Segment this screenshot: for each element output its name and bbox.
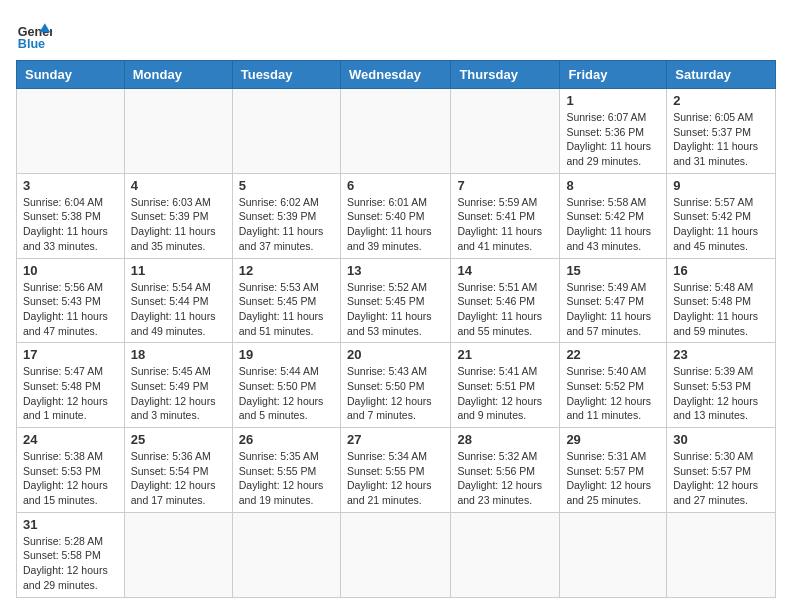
calendar-cell: 22Sunrise: 5:40 AM Sunset: 5:52 PM Dayli… bbox=[560, 343, 667, 428]
calendar-week-row: 1Sunrise: 6:07 AM Sunset: 5:36 PM Daylig… bbox=[17, 89, 776, 174]
day-number: 9 bbox=[673, 178, 769, 193]
calendar-cell: 26Sunrise: 5:35 AM Sunset: 5:55 PM Dayli… bbox=[232, 428, 340, 513]
day-number: 29 bbox=[566, 432, 660, 447]
calendar-cell: 7Sunrise: 5:59 AM Sunset: 5:41 PM Daylig… bbox=[451, 173, 560, 258]
header: General Blue bbox=[16, 16, 776, 52]
calendar-cell: 24Sunrise: 5:38 AM Sunset: 5:53 PM Dayli… bbox=[17, 428, 125, 513]
day-number: 21 bbox=[457, 347, 553, 362]
weekday-header-friday: Friday bbox=[560, 61, 667, 89]
calendar-cell: 18Sunrise: 5:45 AM Sunset: 5:49 PM Dayli… bbox=[124, 343, 232, 428]
calendar-week-row: 31Sunrise: 5:28 AM Sunset: 5:58 PM Dayli… bbox=[17, 512, 776, 597]
calendar-week-row: 17Sunrise: 5:47 AM Sunset: 5:48 PM Dayli… bbox=[17, 343, 776, 428]
calendar-cell: 21Sunrise: 5:41 AM Sunset: 5:51 PM Dayli… bbox=[451, 343, 560, 428]
calendar-cell: 30Sunrise: 5:30 AM Sunset: 5:57 PM Dayli… bbox=[667, 428, 776, 513]
calendar-cell: 27Sunrise: 5:34 AM Sunset: 5:55 PM Dayli… bbox=[340, 428, 450, 513]
calendar-cell bbox=[667, 512, 776, 597]
day-info: Sunrise: 5:38 AM Sunset: 5:53 PM Dayligh… bbox=[23, 449, 118, 508]
calendar-cell bbox=[124, 512, 232, 597]
calendar-cell: 14Sunrise: 5:51 AM Sunset: 5:46 PM Dayli… bbox=[451, 258, 560, 343]
calendar-cell: 19Sunrise: 5:44 AM Sunset: 5:50 PM Dayli… bbox=[232, 343, 340, 428]
calendar-week-row: 24Sunrise: 5:38 AM Sunset: 5:53 PM Dayli… bbox=[17, 428, 776, 513]
calendar-cell: 31Sunrise: 5:28 AM Sunset: 5:58 PM Dayli… bbox=[17, 512, 125, 597]
day-number: 17 bbox=[23, 347, 118, 362]
day-info: Sunrise: 6:03 AM Sunset: 5:39 PM Dayligh… bbox=[131, 195, 226, 254]
day-info: Sunrise: 5:52 AM Sunset: 5:45 PM Dayligh… bbox=[347, 280, 444, 339]
calendar-cell bbox=[340, 512, 450, 597]
day-number: 3 bbox=[23, 178, 118, 193]
day-info: Sunrise: 5:45 AM Sunset: 5:49 PM Dayligh… bbox=[131, 364, 226, 423]
weekday-header-row: SundayMondayTuesdayWednesdayThursdayFrid… bbox=[17, 61, 776, 89]
day-info: Sunrise: 5:56 AM Sunset: 5:43 PM Dayligh… bbox=[23, 280, 118, 339]
day-number: 26 bbox=[239, 432, 334, 447]
day-number: 12 bbox=[239, 263, 334, 278]
day-info: Sunrise: 5:53 AM Sunset: 5:45 PM Dayligh… bbox=[239, 280, 334, 339]
weekday-header-wednesday: Wednesday bbox=[340, 61, 450, 89]
calendar-cell bbox=[451, 512, 560, 597]
day-info: Sunrise: 5:28 AM Sunset: 5:58 PM Dayligh… bbox=[23, 534, 118, 593]
day-info: Sunrise: 5:51 AM Sunset: 5:46 PM Dayligh… bbox=[457, 280, 553, 339]
calendar-cell: 17Sunrise: 5:47 AM Sunset: 5:48 PM Dayli… bbox=[17, 343, 125, 428]
day-info: Sunrise: 5:54 AM Sunset: 5:44 PM Dayligh… bbox=[131, 280, 226, 339]
calendar-cell bbox=[232, 89, 340, 174]
weekday-header-sunday: Sunday bbox=[17, 61, 125, 89]
calendar-cell: 1Sunrise: 6:07 AM Sunset: 5:36 PM Daylig… bbox=[560, 89, 667, 174]
calendar-cell bbox=[124, 89, 232, 174]
weekday-header-monday: Monday bbox=[124, 61, 232, 89]
calendar-cell: 9Sunrise: 5:57 AM Sunset: 5:42 PM Daylig… bbox=[667, 173, 776, 258]
weekday-header-saturday: Saturday bbox=[667, 61, 776, 89]
calendar-cell: 20Sunrise: 5:43 AM Sunset: 5:50 PM Dayli… bbox=[340, 343, 450, 428]
calendar-cell bbox=[451, 89, 560, 174]
svg-text:Blue: Blue bbox=[18, 37, 45, 51]
day-number: 25 bbox=[131, 432, 226, 447]
day-info: Sunrise: 5:59 AM Sunset: 5:41 PM Dayligh… bbox=[457, 195, 553, 254]
day-info: Sunrise: 5:31 AM Sunset: 5:57 PM Dayligh… bbox=[566, 449, 660, 508]
day-number: 11 bbox=[131, 263, 226, 278]
calendar-cell: 25Sunrise: 5:36 AM Sunset: 5:54 PM Dayli… bbox=[124, 428, 232, 513]
day-number: 1 bbox=[566, 93, 660, 108]
day-number: 22 bbox=[566, 347, 660, 362]
calendar-cell: 10Sunrise: 5:56 AM Sunset: 5:43 PM Dayli… bbox=[17, 258, 125, 343]
calendar-cell: 4Sunrise: 6:03 AM Sunset: 5:39 PM Daylig… bbox=[124, 173, 232, 258]
day-info: Sunrise: 5:49 AM Sunset: 5:47 PM Dayligh… bbox=[566, 280, 660, 339]
day-number: 16 bbox=[673, 263, 769, 278]
day-number: 7 bbox=[457, 178, 553, 193]
day-info: Sunrise: 5:40 AM Sunset: 5:52 PM Dayligh… bbox=[566, 364, 660, 423]
calendar-cell: 3Sunrise: 6:04 AM Sunset: 5:38 PM Daylig… bbox=[17, 173, 125, 258]
calendar-cell: 11Sunrise: 5:54 AM Sunset: 5:44 PM Dayli… bbox=[124, 258, 232, 343]
calendar-cell: 8Sunrise: 5:58 AM Sunset: 5:42 PM Daylig… bbox=[560, 173, 667, 258]
weekday-header-thursday: Thursday bbox=[451, 61, 560, 89]
day-number: 27 bbox=[347, 432, 444, 447]
day-info: Sunrise: 5:57 AM Sunset: 5:42 PM Dayligh… bbox=[673, 195, 769, 254]
calendar-cell: 28Sunrise: 5:32 AM Sunset: 5:56 PM Dayli… bbox=[451, 428, 560, 513]
day-info: Sunrise: 5:39 AM Sunset: 5:53 PM Dayligh… bbox=[673, 364, 769, 423]
calendar-cell: 12Sunrise: 5:53 AM Sunset: 5:45 PM Dayli… bbox=[232, 258, 340, 343]
day-info: Sunrise: 5:47 AM Sunset: 5:48 PM Dayligh… bbox=[23, 364, 118, 423]
calendar-cell: 6Sunrise: 6:01 AM Sunset: 5:40 PM Daylig… bbox=[340, 173, 450, 258]
day-number: 10 bbox=[23, 263, 118, 278]
day-info: Sunrise: 5:41 AM Sunset: 5:51 PM Dayligh… bbox=[457, 364, 553, 423]
day-number: 4 bbox=[131, 178, 226, 193]
day-number: 31 bbox=[23, 517, 118, 532]
day-info: Sunrise: 5:48 AM Sunset: 5:48 PM Dayligh… bbox=[673, 280, 769, 339]
day-number: 18 bbox=[131, 347, 226, 362]
calendar: SundayMondayTuesdayWednesdayThursdayFrid… bbox=[16, 60, 776, 598]
logo: General Blue bbox=[16, 16, 52, 52]
calendar-cell: 13Sunrise: 5:52 AM Sunset: 5:45 PM Dayli… bbox=[340, 258, 450, 343]
day-number: 14 bbox=[457, 263, 553, 278]
day-info: Sunrise: 6:07 AM Sunset: 5:36 PM Dayligh… bbox=[566, 110, 660, 169]
day-info: Sunrise: 5:30 AM Sunset: 5:57 PM Dayligh… bbox=[673, 449, 769, 508]
day-number: 6 bbox=[347, 178, 444, 193]
day-info: Sunrise: 6:01 AM Sunset: 5:40 PM Dayligh… bbox=[347, 195, 444, 254]
day-info: Sunrise: 5:44 AM Sunset: 5:50 PM Dayligh… bbox=[239, 364, 334, 423]
day-number: 23 bbox=[673, 347, 769, 362]
weekday-header-tuesday: Tuesday bbox=[232, 61, 340, 89]
calendar-cell bbox=[560, 512, 667, 597]
calendar-cell: 16Sunrise: 5:48 AM Sunset: 5:48 PM Dayli… bbox=[667, 258, 776, 343]
day-info: Sunrise: 6:05 AM Sunset: 5:37 PM Dayligh… bbox=[673, 110, 769, 169]
day-info: Sunrise: 5:34 AM Sunset: 5:55 PM Dayligh… bbox=[347, 449, 444, 508]
day-number: 20 bbox=[347, 347, 444, 362]
day-number: 19 bbox=[239, 347, 334, 362]
day-info: Sunrise: 5:32 AM Sunset: 5:56 PM Dayligh… bbox=[457, 449, 553, 508]
calendar-cell bbox=[232, 512, 340, 597]
day-number: 28 bbox=[457, 432, 553, 447]
